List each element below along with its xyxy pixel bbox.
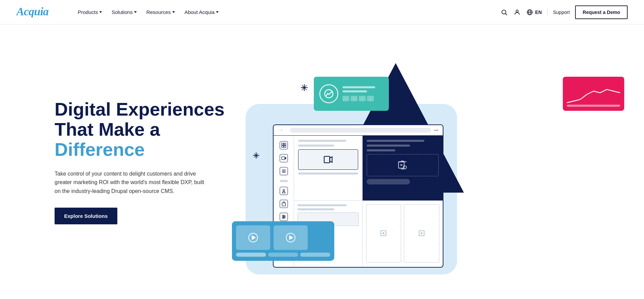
main-nav: Acquia Products Solutions Resources Abou…	[0, 0, 644, 25]
nav-item-products[interactable]: Products	[74, 6, 106, 18]
media-thumb-2	[274, 225, 308, 250]
nav-item-about[interactable]: About Acquia	[180, 6, 223, 18]
logo-text: Acquia	[16, 8, 57, 20]
card-circle-icon	[319, 84, 338, 103]
pink-card	[563, 77, 624, 111]
svg-rect-22	[281, 145, 283, 147]
card-content: ↑ ↑ ↑ ↓	[342, 86, 383, 101]
search-icon[interactable]	[500, 9, 508, 16]
support-link[interactable]: Support	[553, 10, 570, 15]
svg-point-1	[502, 10, 506, 14]
chevron-down-icon	[172, 11, 175, 13]
nav-right: EN Support Request a Demo	[500, 5, 628, 19]
teal-card: ↑ ↑ ↑ ↓	[314, 77, 389, 111]
svg-rect-23	[284, 145, 286, 147]
hero-content: Digital Experiences That Make a Differen…	[55, 99, 232, 225]
play-button-1	[248, 233, 258, 242]
nav-item-solutions[interactable]: Solutions	[107, 6, 141, 18]
browser-nav-icons: ← → ↻	[278, 128, 284, 132]
sparkle-icon-mid	[252, 152, 260, 161]
user-icon[interactable]	[513, 9, 521, 16]
language-selector[interactable]: EN	[526, 9, 542, 16]
svg-rect-21	[284, 143, 286, 145]
hero-section: Digital Experiences That Make a Differen…	[0, 25, 644, 299]
nav-divider	[547, 9, 547, 16]
play-arrow-1	[252, 235, 256, 240]
media-tags	[236, 253, 330, 257]
grid-icon	[280, 141, 288, 149]
browser-menu-icon	[434, 128, 439, 133]
browser-bar: ← → ↻	[274, 125, 443, 136]
svg-marker-39	[330, 156, 332, 162]
svg-point-3	[516, 10, 518, 12]
browser-url-bar	[290, 128, 431, 133]
sidebar-dropdown	[280, 180, 288, 182]
media-thumb-1	[236, 225, 270, 250]
chevron-down-icon	[99, 11, 102, 13]
svg-point-35	[284, 216, 285, 218]
request-demo-button[interactable]: Request a Demo	[575, 5, 628, 19]
add-box-2	[404, 204, 439, 263]
svg-rect-30	[282, 203, 286, 206]
browser-top	[294, 136, 443, 201]
globe-icon	[526, 9, 533, 16]
svg-rect-24	[281, 156, 284, 160]
hero-title-accent: Difference	[55, 139, 232, 160]
play-button-2	[286, 233, 295, 242]
svg-rect-38	[324, 156, 330, 163]
pink-graph	[567, 81, 620, 105]
hero-title: Digital Experiences That Make a Differen…	[55, 99, 232, 160]
sparkle-icon-top	[300, 84, 308, 93]
content-left-panel	[294, 136, 363, 200]
chevron-down-icon	[134, 11, 137, 13]
svg-point-34	[282, 215, 284, 216]
explore-solutions-button[interactable]: Explore Solutions	[55, 208, 117, 224]
media-card-inner	[236, 225, 330, 250]
location-icon	[280, 187, 288, 195]
add-box-1	[366, 204, 401, 263]
svg-point-19	[437, 130, 438, 130]
svg-point-17	[435, 130, 435, 130]
svg-line-2	[506, 13, 507, 15]
svg-point-18	[436, 130, 437, 130]
bottom-right-panel	[363, 201, 443, 266]
list-icon	[280, 167, 288, 175]
media-card	[232, 221, 334, 261]
nav-item-resources[interactable]: Resources	[142, 6, 179, 18]
chevron-down-icon	[216, 11, 219, 13]
sliders-icon	[280, 213, 288, 221]
video-placeholder	[298, 149, 358, 170]
svg-point-36	[282, 217, 284, 219]
hero-illustration: ↑ ↑ ↑ ↓ ← → ↻	[232, 43, 628, 281]
video-icon	[280, 154, 288, 162]
nav-links: Products Solutions Resources About Acqui…	[74, 6, 500, 18]
hero-description: Take control of your content to delight …	[55, 169, 205, 196]
bag-icon	[280, 200, 288, 208]
svg-rect-20	[281, 143, 283, 145]
logo[interactable]: Acquia	[16, 4, 57, 20]
right-video-placeholder	[367, 154, 439, 176]
svg-text:Acquia: Acquia	[16, 5, 49, 17]
content-right-panel	[363, 136, 443, 200]
svg-text:← → ↻: ← → ↻	[278, 129, 282, 131]
play-arrow-2	[289, 235, 293, 240]
